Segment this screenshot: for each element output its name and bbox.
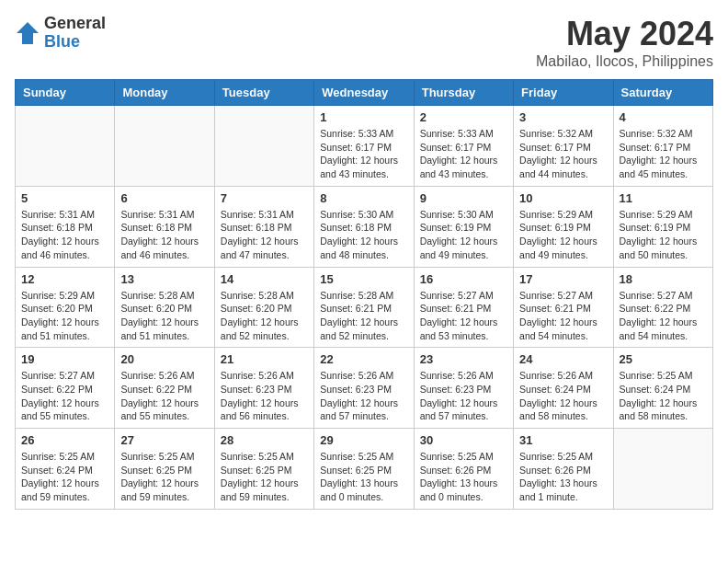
table-row: 22Sunrise: 5:26 AM Sunset: 6:23 PM Dayli…	[314, 348, 414, 429]
table-row: 29Sunrise: 5:25 AM Sunset: 6:25 PM Dayli…	[314, 429, 414, 510]
day-info: Sunrise: 5:27 AM Sunset: 6:21 PM Dayligh…	[420, 289, 507, 343]
day-info: Sunrise: 5:25 AM Sunset: 6:26 PM Dayligh…	[519, 450, 607, 504]
day-info: Sunrise: 5:26 AM Sunset: 6:22 PM Dayligh…	[120, 369, 208, 423]
day-info: Sunrise: 5:25 AM Sunset: 6:25 PM Dayligh…	[120, 450, 208, 504]
day-number: 6	[120, 191, 208, 205]
table-row: 4Sunrise: 5:32 AM Sunset: 6:17 PM Daylig…	[613, 106, 712, 187]
table-row: 18Sunrise: 5:27 AM Sunset: 6:22 PM Dayli…	[613, 267, 712, 348]
table-row: 12Sunrise: 5:29 AM Sunset: 6:20 PM Dayli…	[16, 267, 115, 348]
day-info: Sunrise: 5:30 AM Sunset: 6:18 PM Dayligh…	[320, 208, 407, 262]
day-number: 26	[21, 433, 108, 447]
day-number: 30	[420, 433, 507, 447]
calendar-header-row: Sunday Monday Tuesday Wednesday Thursday…	[16, 80, 713, 106]
day-info: Sunrise: 5:29 AM Sunset: 6:20 PM Dayligh…	[21, 289, 108, 343]
day-number: 8	[320, 191, 407, 205]
day-info: Sunrise: 5:33 AM Sunset: 6:17 PM Dayligh…	[320, 127, 407, 181]
day-info: Sunrise: 5:27 AM Sunset: 6:21 PM Dayligh…	[519, 289, 607, 343]
day-number: 10	[519, 191, 607, 205]
day-number: 17	[519, 272, 607, 286]
day-info: Sunrise: 5:30 AM Sunset: 6:19 PM Dayligh…	[420, 208, 507, 262]
day-number: 23	[420, 352, 507, 366]
day-info: Sunrise: 5:31 AM Sunset: 6:18 PM Dayligh…	[21, 208, 108, 262]
day-number: 4	[620, 110, 707, 124]
logo-blue-text: Blue	[44, 33, 106, 52]
table-row: 14Sunrise: 5:28 AM Sunset: 6:20 PM Dayli…	[214, 267, 313, 348]
day-number: 18	[620, 272, 707, 286]
table-row: 6Sunrise: 5:31 AM Sunset: 6:18 PM Daylig…	[115, 186, 214, 267]
day-info: Sunrise: 5:25 AM Sunset: 6:25 PM Dayligh…	[320, 450, 407, 504]
day-info: Sunrise: 5:31 AM Sunset: 6:18 PM Dayligh…	[120, 208, 208, 262]
table-row: 8Sunrise: 5:30 AM Sunset: 6:18 PM Daylig…	[314, 186, 414, 267]
table-row: 21Sunrise: 5:26 AM Sunset: 6:23 PM Dayli…	[214, 348, 313, 429]
day-number: 11	[620, 191, 707, 205]
table-row: 1Sunrise: 5:33 AM Sunset: 6:17 PM Daylig…	[314, 106, 414, 187]
day-number: 27	[120, 433, 208, 447]
table-row: 13Sunrise: 5:28 AM Sunset: 6:20 PM Dayli…	[115, 267, 214, 348]
day-info: Sunrise: 5:26 AM Sunset: 6:23 PM Dayligh…	[221, 369, 308, 423]
location-subtitle: Mabilao, Ilocos, Philippines	[536, 53, 713, 70]
table-row: 20Sunrise: 5:26 AM Sunset: 6:22 PM Dayli…	[115, 348, 214, 429]
day-number: 28	[221, 433, 308, 447]
table-row	[16, 106, 115, 187]
logo-text: General Blue	[44, 15, 106, 52]
day-number: 25	[620, 352, 707, 366]
day-number: 12	[21, 272, 108, 286]
day-info: Sunrise: 5:25 AM Sunset: 6:26 PM Dayligh…	[420, 450, 507, 504]
table-row: 10Sunrise: 5:29 AM Sunset: 6:19 PM Dayli…	[514, 186, 613, 267]
day-number: 15	[320, 272, 407, 286]
table-row: 9Sunrise: 5:30 AM Sunset: 6:19 PM Daylig…	[414, 186, 513, 267]
col-wednesday: Wednesday	[314, 80, 414, 106]
day-number: 14	[221, 272, 308, 286]
table-row: 7Sunrise: 5:31 AM Sunset: 6:18 PM Daylig…	[214, 186, 313, 267]
week-row-1: 5Sunrise: 5:31 AM Sunset: 6:18 PM Daylig…	[16, 186, 713, 267]
day-info: Sunrise: 5:29 AM Sunset: 6:19 PM Dayligh…	[519, 208, 607, 262]
logo-general-text: General	[44, 15, 106, 33]
calendar-table: Sunday Monday Tuesday Wednesday Thursday…	[15, 79, 713, 510]
day-number: 9	[420, 191, 507, 205]
col-monday: Monday	[115, 80, 214, 106]
day-info: Sunrise: 5:28 AM Sunset: 6:20 PM Dayligh…	[120, 289, 208, 343]
day-info: Sunrise: 5:26 AM Sunset: 6:23 PM Dayligh…	[420, 369, 507, 423]
day-info: Sunrise: 5:33 AM Sunset: 6:17 PM Dayligh…	[420, 127, 507, 181]
day-number: 5	[21, 191, 108, 205]
table-row: 28Sunrise: 5:25 AM Sunset: 6:25 PM Dayli…	[214, 429, 313, 510]
day-number: 2	[420, 110, 507, 124]
week-row-3: 19Sunrise: 5:27 AM Sunset: 6:22 PM Dayli…	[16, 348, 713, 429]
week-row-0: 1Sunrise: 5:33 AM Sunset: 6:17 PM Daylig…	[16, 106, 713, 187]
table-row: 3Sunrise: 5:32 AM Sunset: 6:17 PM Daylig…	[514, 106, 613, 187]
day-number: 20	[120, 352, 208, 366]
day-number: 3	[519, 110, 607, 124]
table-row: 30Sunrise: 5:25 AM Sunset: 6:26 PM Dayli…	[414, 429, 513, 510]
table-row: 25Sunrise: 5:25 AM Sunset: 6:24 PM Dayli…	[613, 348, 712, 429]
day-number: 21	[221, 352, 308, 366]
day-number: 31	[519, 433, 607, 447]
table-row: 31Sunrise: 5:25 AM Sunset: 6:26 PM Dayli…	[514, 429, 613, 510]
day-number: 24	[519, 352, 607, 366]
day-info: Sunrise: 5:28 AM Sunset: 6:21 PM Dayligh…	[320, 289, 407, 343]
day-info: Sunrise: 5:29 AM Sunset: 6:19 PM Dayligh…	[620, 208, 707, 262]
day-info: Sunrise: 5:25 AM Sunset: 6:24 PM Dayligh…	[620, 369, 707, 423]
table-row: 15Sunrise: 5:28 AM Sunset: 6:21 PM Dayli…	[314, 267, 414, 348]
title-block: May 2024 Mabilao, Ilocos, Philippines	[536, 15, 713, 70]
table-row: 24Sunrise: 5:26 AM Sunset: 6:24 PM Dayli…	[514, 348, 613, 429]
day-info: Sunrise: 5:31 AM Sunset: 6:18 PM Dayligh…	[221, 208, 308, 262]
table-row: 26Sunrise: 5:25 AM Sunset: 6:24 PM Dayli…	[16, 429, 115, 510]
day-info: Sunrise: 5:25 AM Sunset: 6:25 PM Dayligh…	[221, 450, 308, 504]
day-number: 13	[120, 272, 208, 286]
logo-icon	[15, 20, 40, 46]
day-info: Sunrise: 5:27 AM Sunset: 6:22 PM Dayligh…	[21, 369, 108, 423]
week-row-4: 26Sunrise: 5:25 AM Sunset: 6:24 PM Dayli…	[16, 429, 713, 510]
table-row: 11Sunrise: 5:29 AM Sunset: 6:19 PM Dayli…	[613, 186, 712, 267]
day-number: 1	[320, 110, 407, 124]
day-info: Sunrise: 5:25 AM Sunset: 6:24 PM Dayligh…	[21, 450, 108, 504]
logo: General Blue	[15, 15, 106, 52]
table-row: 23Sunrise: 5:26 AM Sunset: 6:23 PM Dayli…	[414, 348, 513, 429]
col-thursday: Thursday	[414, 80, 513, 106]
svg-marker-0	[17, 22, 39, 44]
table-row	[214, 106, 313, 187]
week-row-2: 12Sunrise: 5:29 AM Sunset: 6:20 PM Dayli…	[16, 267, 713, 348]
table-row: 17Sunrise: 5:27 AM Sunset: 6:21 PM Dayli…	[514, 267, 613, 348]
day-info: Sunrise: 5:27 AM Sunset: 6:22 PM Dayligh…	[620, 289, 707, 343]
day-number: 16	[420, 272, 507, 286]
day-number: 29	[320, 433, 407, 447]
